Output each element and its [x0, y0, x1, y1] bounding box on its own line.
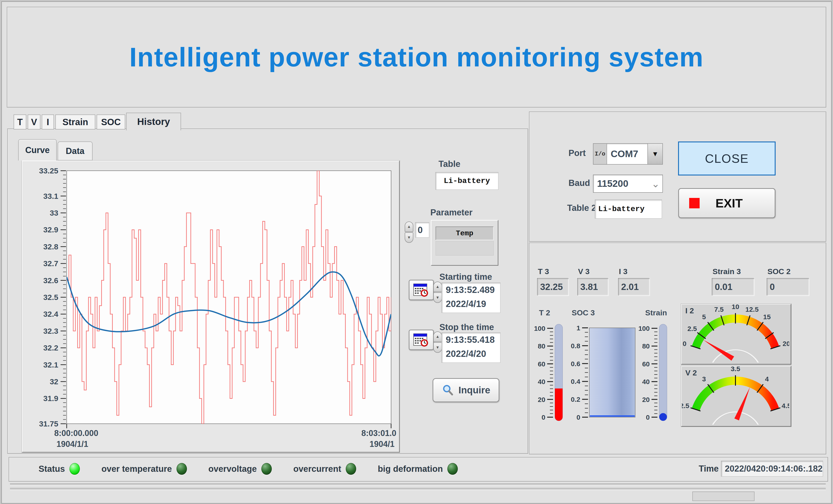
svg-text:8:00:00.000: 8:00:00.000	[54, 429, 98, 438]
start-date-value: 2022/4/19	[442, 297, 500, 311]
svg-text:0: 0	[576, 413, 580, 421]
svg-text:32.4: 32.4	[43, 310, 58, 318]
exit-label: EXIT	[715, 196, 743, 210]
inquire-label: Inquire	[458, 385, 490, 396]
svg-text:32.6: 32.6	[43, 276, 58, 285]
svg-text:0.6: 0.6	[571, 360, 580, 368]
led-indicator-icon	[261, 463, 272, 475]
inquire-button[interactable]: Inquire	[433, 378, 499, 402]
table2-label: Table 2	[567, 203, 596, 213]
svg-text:0.4: 0.4	[571, 378, 580, 385]
indicator-field: 2.01	[618, 278, 650, 296]
svg-text:20: 20	[642, 396, 650, 403]
stop-square-icon	[689, 198, 699, 208]
tab-data-label: Data	[66, 146, 85, 156]
stop-calendar-button[interactable]	[409, 330, 434, 350]
status-item-label: over temperature	[101, 464, 172, 474]
dropdown-arrow-icon[interactable]: ▼	[647, 144, 662, 164]
baud-combo[interactable]: 115200 ⌄	[593, 175, 663, 193]
tab-v[interactable]: V	[28, 115, 40, 129]
svg-text:32.1: 32.1	[43, 360, 58, 369]
svg-text:40: 40	[642, 378, 650, 385]
svg-text:33: 33	[50, 208, 58, 217]
indicator-field: 32.25	[537, 278, 569, 296]
svg-text:2.5: 2.5	[687, 325, 697, 332]
stop-time-value: 9:13:55.418	[442, 333, 500, 347]
tab-history[interactable]: History	[126, 113, 181, 130]
svg-text:40: 40	[538, 378, 545, 385]
v2-gauge: 2.533.544.5	[682, 367, 789, 425]
chevron-down-icon[interactable]: ⌄	[649, 175, 662, 192]
svg-text:8:03:01.0: 8:03:01.0	[361, 429, 396, 438]
status-item-overcurrent: overcurrent	[293, 463, 356, 475]
parameter-empty-row[interactable]	[435, 241, 494, 255]
divider	[10, 488, 826, 490]
status-bar: Statusover temperatureovervoltageovercur…	[8, 457, 828, 482]
stepper-down-icon[interactable]: ▼	[433, 342, 442, 353]
tab-t[interactable]: T	[14, 115, 26, 129]
tab-strain[interactable]: Strain	[55, 115, 95, 129]
svg-text:5: 5	[702, 313, 706, 321]
i2-gauge: 02.557.51012.51520	[682, 304, 789, 362]
svg-text:4: 4	[765, 375, 769, 383]
stepper-down-icon[interactable]: ▼	[433, 293, 442, 303]
indicator-field: 0.01	[711, 278, 755, 296]
stop-time-stepper[interactable]: ▲ ▼	[433, 331, 442, 353]
svg-text:31.9: 31.9	[43, 394, 58, 403]
time-value: 2022/0420:09:14:06:.182	[721, 464, 823, 474]
parameter-selected-row[interactable]: Temp	[435, 226, 494, 240]
t2-thermometer: 100806040200	[531, 318, 565, 424]
svg-text:10: 10	[732, 304, 739, 310]
scrollbar-thumb[interactable]	[692, 492, 755, 501]
start-time-stepper[interactable]: ▲ ▼	[433, 282, 442, 303]
table-input[interactable]: Li-battery	[435, 172, 498, 190]
svg-text:0: 0	[646, 413, 650, 421]
svg-text:32: 32	[50, 377, 58, 386]
soc3-tank: 10.80.60.40.20	[568, 318, 638, 424]
svg-text:80: 80	[538, 342, 545, 350]
svg-text:15: 15	[763, 313, 770, 321]
svg-text:4.5: 4.5	[782, 402, 789, 409]
parameter-index-field[interactable]: 0	[415, 222, 429, 237]
svg-text:33.1: 33.1	[43, 192, 58, 200]
tab-i[interactable]: I	[42, 115, 54, 129]
close-button[interactable]: CLOSE	[678, 142, 776, 175]
table-value: Li-battery	[444, 177, 490, 185]
start-calendar-button[interactable]	[409, 280, 434, 300]
status-item-label: Status	[39, 464, 65, 474]
parameter-listbox[interactable]: Temp	[431, 220, 498, 266]
stop-time-field[interactable]: 9:13:55.418 2022/4/20	[442, 332, 500, 363]
svg-text:100: 100	[534, 325, 545, 332]
svg-text:0: 0	[542, 413, 545, 421]
tab-soc[interactable]: SOC	[97, 115, 125, 129]
stepper-down-icon[interactable]: ▼	[405, 232, 413, 243]
port-value: COM7	[607, 144, 647, 164]
strain-thermometer: 100806040200	[636, 318, 670, 424]
start-time-field[interactable]: 9:13:52.489 2022/4/19	[442, 282, 500, 313]
status-item-big-deformation: big deformation	[378, 463, 458, 475]
close-label: CLOSE	[705, 151, 748, 166]
stepper-up-icon[interactable]: ▲	[433, 282, 442, 292]
parameter-index-stepper[interactable]: ▲ ▼	[405, 222, 413, 243]
svg-text:32.5: 32.5	[43, 293, 58, 302]
parameter-index-value: 0	[415, 225, 423, 235]
exit-button[interactable]: EXIT	[678, 188, 776, 218]
stepper-up-icon[interactable]: ▲	[405, 222, 413, 232]
table2-input[interactable]: Li-battery	[595, 200, 662, 219]
stepper-up-icon[interactable]: ▲	[433, 331, 442, 342]
status-item-label: overcurrent	[293, 464, 341, 474]
svg-text:60: 60	[538, 360, 545, 368]
indicator-value: 0.01	[712, 282, 733, 292]
status-item-label: overvoltage	[209, 464, 257, 474]
tab-label: T	[17, 117, 23, 127]
start-time-value: 9:13:52.489	[442, 283, 500, 297]
calendar-clock-icon	[413, 333, 429, 347]
tab-label: SOC	[101, 117, 121, 127]
tab-curve[interactable]: Curve	[18, 139, 57, 160]
svg-text:20: 20	[538, 396, 545, 403]
app-root: Intelligent power station monitoring sys…	[0, 0, 833, 504]
port-combo[interactable]: I/o COM7 ▼	[593, 143, 663, 165]
tab-data[interactable]: Data	[57, 142, 93, 160]
stop-date-value: 2022/4/20	[442, 347, 500, 361]
calendar-clock-icon	[413, 283, 429, 297]
